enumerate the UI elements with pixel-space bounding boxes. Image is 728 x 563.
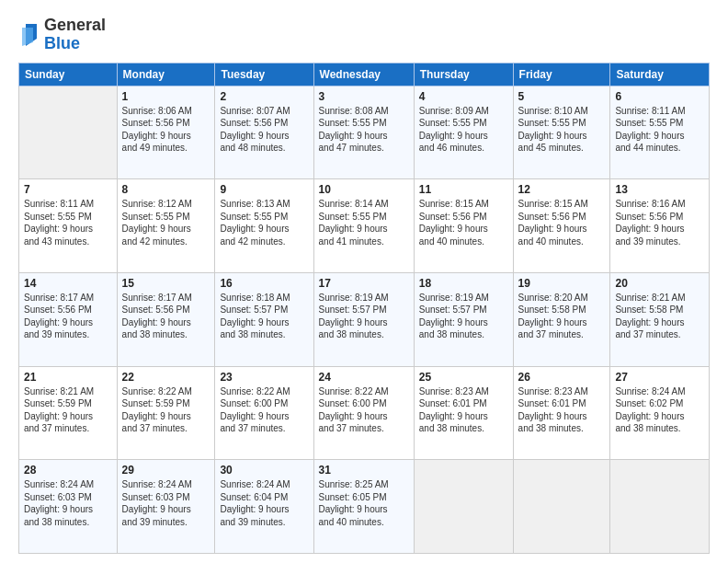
calendar-day-cell: 18Sunrise: 8:19 AM Sunset: 5:57 PM Dayli… <box>414 272 513 366</box>
day-number: 16 <box>220 277 308 290</box>
calendar-day-cell: 17Sunrise: 8:19 AM Sunset: 5:57 PM Dayli… <box>313 272 414 366</box>
logo-blue-text: Blue <box>44 34 80 52</box>
day-number: 13 <box>615 183 704 196</box>
day-info: Sunrise: 8:19 AM Sunset: 5:57 PM Dayligh… <box>419 292 508 341</box>
day-info: Sunrise: 8:24 AM Sunset: 6:04 PM Dayligh… <box>220 478 308 528</box>
day-number: 23 <box>220 371 308 384</box>
calendar-day-cell <box>19 86 118 179</box>
day-number: 25 <box>419 371 508 384</box>
calendar-day-cell: 10Sunrise: 8:14 AM Sunset: 5:55 PM Dayli… <box>313 179 414 273</box>
day-number: 7 <box>24 183 112 196</box>
weekday-header-row: Sunday Monday Tuesday Wednesday Thursday… <box>19 63 710 86</box>
header-thursday: Thursday <box>414 63 513 86</box>
calendar-day-cell: 3Sunrise: 8:08 AM Sunset: 5:55 PM Daylig… <box>313 86 414 179</box>
day-info: Sunrise: 8:08 AM Sunset: 5:55 PM Dayligh… <box>319 105 409 155</box>
day-info: Sunrise: 8:21 AM Sunset: 5:59 PM Dayligh… <box>24 385 112 435</box>
day-info: Sunrise: 8:17 AM Sunset: 5:56 PM Dayligh… <box>122 292 210 341</box>
day-number: 14 <box>24 277 112 290</box>
day-info: Sunrise: 8:11 AM Sunset: 5:55 PM Dayligh… <box>24 198 112 247</box>
day-number: 2 <box>220 90 308 103</box>
day-info: Sunrise: 8:17 AM Sunset: 5:56 PM Dayligh… <box>24 292 112 341</box>
day-info: Sunrise: 8:25 AM Sunset: 6:05 PM Dayligh… <box>319 478 409 528</box>
day-info: Sunrise: 8:10 AM Sunset: 5:55 PM Dayligh… <box>518 105 606 155</box>
day-info: Sunrise: 8:24 AM Sunset: 6:03 PM Dayligh… <box>122 478 210 528</box>
header-friday: Friday <box>513 63 610 86</box>
day-number: 30 <box>220 464 308 477</box>
calendar-week-row: 7Sunrise: 8:11 AM Sunset: 5:55 PM Daylig… <box>19 179 710 273</box>
calendar-day-cell: 26Sunrise: 8:23 AM Sunset: 6:01 PM Dayli… <box>513 366 610 460</box>
header-saturday: Saturday <box>610 63 710 86</box>
calendar-day-cell: 21Sunrise: 8:21 AM Sunset: 5:59 PM Dayli… <box>19 366 118 460</box>
calendar-day-cell: 15Sunrise: 8:17 AM Sunset: 5:56 PM Dayli… <box>117 272 215 366</box>
header-monday: Monday <box>117 63 215 86</box>
calendar-day-cell: 11Sunrise: 8:15 AM Sunset: 5:56 PM Dayli… <box>414 179 513 273</box>
day-info: Sunrise: 8:24 AM Sunset: 6:03 PM Dayligh… <box>24 478 112 528</box>
calendar-day-cell: 25Sunrise: 8:23 AM Sunset: 6:01 PM Dayli… <box>414 366 513 460</box>
day-number: 26 <box>518 371 606 384</box>
day-number: 5 <box>518 90 606 103</box>
day-info: Sunrise: 8:07 AM Sunset: 5:56 PM Dayligh… <box>220 105 308 155</box>
calendar-day-cell: 14Sunrise: 8:17 AM Sunset: 5:56 PM Dayli… <box>19 272 118 366</box>
day-info: Sunrise: 8:18 AM Sunset: 5:57 PM Dayligh… <box>220 292 308 341</box>
calendar-day-cell: 27Sunrise: 8:24 AM Sunset: 6:02 PM Dayli… <box>610 366 710 460</box>
header-sunday: Sunday <box>19 63 118 86</box>
calendar-day-cell <box>513 460 610 554</box>
day-info: Sunrise: 8:15 AM Sunset: 5:56 PM Dayligh… <box>518 198 606 247</box>
svg-marker-1 <box>22 28 33 46</box>
day-number: 11 <box>419 183 508 196</box>
day-number: 21 <box>24 371 112 384</box>
day-number: 31 <box>319 464 409 477</box>
day-info: Sunrise: 8:19 AM Sunset: 5:57 PM Dayligh… <box>319 292 409 341</box>
calendar-day-cell: 8Sunrise: 8:12 AM Sunset: 5:55 PM Daylig… <box>117 179 215 273</box>
day-info: Sunrise: 8:21 AM Sunset: 5:58 PM Dayligh… <box>615 292 704 341</box>
day-info: Sunrise: 8:12 AM Sunset: 5:55 PM Dayligh… <box>122 198 210 247</box>
calendar-day-cell: 13Sunrise: 8:16 AM Sunset: 5:56 PM Dayli… <box>610 179 710 273</box>
calendar-day-cell: 23Sunrise: 8:22 AM Sunset: 6:00 PM Dayli… <box>215 366 313 460</box>
calendar-week-row: 1Sunrise: 8:06 AM Sunset: 5:56 PM Daylig… <box>19 86 710 179</box>
calendar-day-cell: 28Sunrise: 8:24 AM Sunset: 6:03 PM Dayli… <box>19 460 118 554</box>
calendar-day-cell: 1Sunrise: 8:06 AM Sunset: 5:56 PM Daylig… <box>117 86 215 179</box>
logo: General Blue <box>18 17 106 53</box>
calendar-day-cell <box>414 460 513 554</box>
day-number: 8 <box>122 183 210 196</box>
day-info: Sunrise: 8:09 AM Sunset: 5:55 PM Dayligh… <box>419 105 508 155</box>
calendar-week-row: 28Sunrise: 8:24 AM Sunset: 6:03 PM Dayli… <box>19 460 710 554</box>
calendar-day-cell: 19Sunrise: 8:20 AM Sunset: 5:58 PM Dayli… <box>513 272 610 366</box>
calendar-day-cell: 6Sunrise: 8:11 AM Sunset: 5:55 PM Daylig… <box>610 86 710 179</box>
calendar-day-cell: 4Sunrise: 8:09 AM Sunset: 5:55 PM Daylig… <box>414 86 513 179</box>
day-number: 3 <box>319 90 409 103</box>
calendar-day-cell: 30Sunrise: 8:24 AM Sunset: 6:04 PM Dayli… <box>215 460 313 554</box>
day-number: 27 <box>615 371 704 384</box>
day-number: 29 <box>122 464 210 477</box>
day-number: 17 <box>319 277 409 290</box>
calendar-week-row: 14Sunrise: 8:17 AM Sunset: 5:56 PM Dayli… <box>19 272 710 366</box>
day-info: Sunrise: 8:23 AM Sunset: 6:01 PM Dayligh… <box>419 385 508 435</box>
calendar-day-cell: 24Sunrise: 8:22 AM Sunset: 6:00 PM Dayli… <box>313 366 414 460</box>
day-info: Sunrise: 8:20 AM Sunset: 5:58 PM Dayligh… <box>518 292 606 341</box>
day-info: Sunrise: 8:22 AM Sunset: 5:59 PM Dayligh… <box>122 385 210 435</box>
day-info: Sunrise: 8:13 AM Sunset: 5:55 PM Dayligh… <box>220 198 308 247</box>
calendar: Sunday Monday Tuesday Wednesday Thursday… <box>18 63 710 554</box>
day-number: 19 <box>518 277 606 290</box>
day-number: 4 <box>419 90 508 103</box>
logo-general-text: General <box>44 16 106 34</box>
calendar-day-cell: 12Sunrise: 8:15 AM Sunset: 5:56 PM Dayli… <box>513 179 610 273</box>
day-number: 28 <box>24 464 112 477</box>
header-tuesday: Tuesday <box>215 63 313 86</box>
day-info: Sunrise: 8:16 AM Sunset: 5:56 PM Dayligh… <box>615 198 704 247</box>
day-number: 6 <box>615 90 704 103</box>
header-wednesday: Wednesday <box>313 63 414 86</box>
day-info: Sunrise: 8:22 AM Sunset: 6:00 PM Dayligh… <box>319 385 409 435</box>
calendar-day-cell: 2Sunrise: 8:07 AM Sunset: 5:56 PM Daylig… <box>215 86 313 179</box>
calendar-day-cell: 31Sunrise: 8:25 AM Sunset: 6:05 PM Dayli… <box>313 460 414 554</box>
day-info: Sunrise: 8:24 AM Sunset: 6:02 PM Dayligh… <box>615 385 704 435</box>
page: General Blue Sunday Monday Tuesday Wedne… <box>0 0 728 563</box>
calendar-day-cell: 7Sunrise: 8:11 AM Sunset: 5:55 PM Daylig… <box>19 179 118 273</box>
calendar-day-cell: 9Sunrise: 8:13 AM Sunset: 5:55 PM Daylig… <box>215 179 313 273</box>
day-number: 24 <box>319 371 409 384</box>
header: General Blue <box>18 17 710 53</box>
day-info: Sunrise: 8:23 AM Sunset: 6:01 PM Dayligh… <box>518 385 606 435</box>
day-number: 10 <box>319 183 409 196</box>
logo-icon <box>18 22 40 48</box>
day-number: 18 <box>419 277 508 290</box>
